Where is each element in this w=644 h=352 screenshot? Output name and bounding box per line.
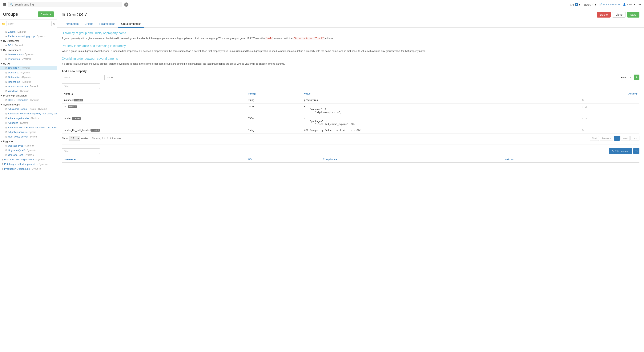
properties-filter-input[interactable] — [62, 83, 100, 89]
sidebar-folder[interactable]: ▼System groups — [0, 102, 57, 107]
th-hostname[interactable]: Hostname — [62, 156, 246, 162]
property-name-input[interactable] — [62, 75, 100, 80]
search-bar: 🔍 — [8, 2, 122, 7]
list-item[interactable]: ⊞DC1 > Debian like · Dynamic — [0, 98, 57, 102]
save-button[interactable]: Save — [627, 12, 640, 18]
create-button[interactable]: Create + — [38, 12, 54, 17]
list-item[interactable]: ⊞All nodes · System — [0, 121, 57, 125]
list-item[interactable]: ⊞Patching prod tartempion v2+ · Dynamic — [0, 162, 57, 166]
showing-text: Showing 1 to 4 of 4 entries — [92, 137, 121, 140]
sidebar-folder[interactable]: ▼Upgrade — [0, 139, 57, 144]
copy-icon[interactable]: ⧉ — [582, 129, 584, 132]
folder-label: Upgrade — [3, 140, 13, 143]
item-type: · Dynamic — [30, 167, 40, 170]
list-item[interactable]: ⊞Development · Dynamic — [0, 52, 57, 57]
list-item[interactable]: ⊞All managed nodes · System — [0, 116, 57, 121]
filter-row — [62, 83, 640, 89]
sidebar-folder[interactable]: ▼Property prioritization — [0, 93, 57, 98]
logout-icon[interactable]: ⇥ — [638, 3, 641, 6]
list-item[interactable]: ⊞All classic Nodes · System · Dynamic — [0, 107, 57, 111]
prop-name: rudder_file_edit_header — [64, 129, 90, 132]
clone-button[interactable]: Clone — [612, 12, 626, 18]
folder-icon[interactable]: 📁 — [2, 22, 5, 25]
tab-parameters[interactable]: Parameters — [62, 21, 82, 28]
help-icon[interactable]: ? — [124, 3, 128, 7]
page-title: CentOS 7 — [67, 12, 87, 17]
status-item[interactable]: Status ✓ ▾ — [583, 3, 596, 6]
list-item[interactable]: ⊞Redhat like · Dynamic — [0, 80, 57, 84]
list-item[interactable]: ⊞Production Debian Like · Dynamic — [0, 167, 57, 171]
content-title-area: ⊞ CentOS 7 — [62, 12, 87, 17]
folder-label: By Datacenter — [3, 40, 19, 42]
list-item[interactable]: ⊞All nodes with a Rudder Windows DSC age… — [0, 125, 57, 130]
tab-related-rules[interactable]: Related rules — [96, 21, 118, 28]
list-item[interactable]: ⊞Machines Needing Patches · Dynamic — [0, 157, 57, 162]
tab-group-properties[interactable]: Group properties — [118, 21, 144, 28]
th-compliance[interactable]: Compliance — [321, 156, 502, 162]
search-input[interactable] — [14, 3, 120, 6]
pagination-last[interactable]: Last — [630, 136, 640, 141]
node-icon: ⊞ — [5, 85, 7, 88]
add-property-button[interactable]: + — [634, 75, 640, 80]
list-item[interactable]: ⊞Debian like · Dynamic — [0, 75, 57, 80]
list-item[interactable]: ⊞DC1 · Dynamic — [0, 43, 57, 48]
bottom-section: ✎ Edit columns ↻ Hostname OS Compliance … — [62, 145, 640, 163]
th-format[interactable]: Format — [246, 91, 302, 97]
sidebar-folder[interactable]: ▼By Datacenter — [0, 39, 57, 43]
list-item[interactable]: ⊞Windows · Dynamic — [0, 89, 57, 93]
inherited-badge: inherited — [68, 105, 77, 108]
property-value-input[interactable] — [104, 75, 617, 80]
copy-icon[interactable]: ⧉ — [582, 99, 584, 102]
list-item[interactable]: ⊞CentOS 7 · Dynamic — [0, 66, 57, 70]
pagination-first[interactable]: First — [590, 136, 599, 141]
expand-icon[interactable]: › — [582, 105, 583, 108]
th-os[interactable]: OS — [246, 156, 321, 162]
item-type: · Dynamic — [20, 57, 31, 61]
section3-title: Overriding order between several parents — [62, 57, 640, 61]
sidebar-folder[interactable]: ▼By Environment — [0, 48, 57, 52]
expand-icon[interactable]: › — [582, 117, 583, 120]
copy-icon[interactable]: ⧉ — [585, 117, 587, 120]
th-name[interactable]: Name ▲ — [62, 91, 246, 97]
sidebar-filter-input[interactable] — [6, 21, 52, 26]
list-item[interactable]: ⊞Upgrade Prod · Dynamic — [0, 144, 57, 148]
prop-name: instance — [64, 99, 73, 101]
list-item[interactable]: ⊞All policy servers · System — [0, 130, 57, 134]
sidebar-folder[interactable]: ▼By OS — [0, 61, 57, 66]
list-item[interactable]: ⊞Ununtu 20.04 LTS · Dynamic — [0, 84, 57, 89]
list-item[interactable]: ⊞Production · Dynamic — [0, 57, 57, 61]
th-last-run[interactable]: Last run — [502, 156, 640, 162]
hamburger-icon[interactable]: ☰ — [3, 3, 6, 7]
item-name: Ununtu 20.04 LTS — [8, 85, 28, 88]
properties-table-head: Name ▲ Format Value Actions — [62, 91, 640, 97]
list-item[interactable]: ⊞Root policy server · System — [0, 134, 57, 139]
property-type-select[interactable]: String JSON — [619, 75, 632, 80]
documentation-link[interactable]: 📄 Documentation — [599, 3, 620, 6]
list-item[interactable]: ⊞Upgrade Test · Dynamic — [0, 153, 57, 157]
show-select[interactable]: 25 10 50 100 — [69, 136, 80, 141]
th-value[interactable]: Value — [302, 91, 580, 97]
delete-button[interactable]: Delete — [597, 12, 611, 18]
cr-badge[interactable]: CR 8 ▾ — [570, 3, 580, 6]
item-type: · Dynamic — [29, 85, 39, 88]
tab-criteria[interactable]: Criteria — [82, 21, 96, 28]
copy-icon[interactable]: ⧉ — [585, 105, 587, 108]
refresh-button[interactable]: ↻ — [633, 148, 640, 154]
clear-filter-icon[interactable]: ✕ — [53, 22, 55, 25]
admin-menu[interactable]: 👤 admin ▾ — [623, 3, 636, 6]
edit-columns-button[interactable]: ✎ Edit columns — [609, 148, 632, 154]
properties-table: Name ▲ Format Value Actions instanceinhe… — [62, 91, 640, 134]
pagination-current[interactable]: 1 — [614, 136, 620, 141]
item-type: · System — [19, 122, 28, 125]
list-item[interactable]: ⊞Debian 10 · Dynamic — [0, 70, 57, 75]
pagination-previous[interactable]: Previous — [600, 136, 614, 141]
item-name: All classic Nodes managed by root policy… — [8, 112, 57, 115]
prop-format: String — [248, 99, 254, 101]
list-item[interactable]: ⊞Zabbix · Dynamic — [0, 30, 57, 34]
list-item[interactable]: ⊞All classic Nodes managed by root polic… — [0, 111, 57, 116]
node-icon: ⊞ — [5, 67, 7, 70]
list-item[interactable]: ⊞Zabbix monitoring group · Dynamic — [0, 34, 57, 39]
pagination-next[interactable]: Next — [620, 136, 630, 141]
list-item[interactable]: ⊞Upgrade Qualif · Dynamic — [0, 148, 57, 153]
nodes-filter-input[interactable] — [62, 148, 100, 154]
